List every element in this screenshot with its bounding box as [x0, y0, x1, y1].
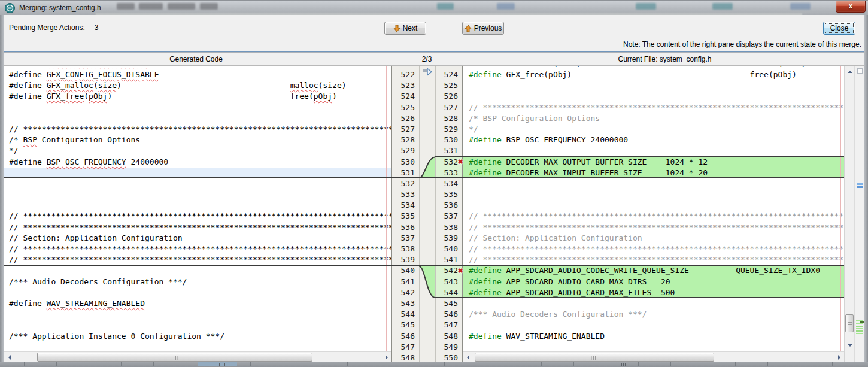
- code-line: #define BSP_OSC_FREQUENCY 24000000: [463, 135, 844, 145]
- code-line: #define DECODER_MAX_INPUT_BUFFER_SIZE 10…: [463, 168, 844, 178]
- code-line: [463, 80, 844, 91]
- line-number: 525: [392, 102, 419, 113]
- close-button[interactable]: Close: [823, 22, 855, 35]
- annotation-stripe[interactable]: [854, 66, 864, 362]
- background-menu-blob: [117, 3, 135, 10]
- annotation-green-mark[interactable]: [856, 323, 863, 324]
- line-number: 524: [436, 69, 462, 80]
- scroll-up-button[interactable]: [845, 66, 854, 77]
- code-line: /* BSP Configuration Options: [4, 135, 391, 145]
- background-app-strip: [0, 362, 868, 367]
- generated-code-pane[interactable]: #define GFX_CONFIG_FOCUS_STYLE#define GF…: [4, 66, 391, 362]
- code-line: // *************************************…: [4, 254, 391, 265]
- line-number: 534: [392, 200, 419, 211]
- code-line: #define GFX_CONFIG_FOCUS_DISABLE: [4, 69, 391, 80]
- code-line: [4, 168, 391, 178]
- right-horizontal-scrollbar[interactable]: [463, 351, 844, 362]
- code-line: [4, 309, 391, 320]
- scroll-left-button[interactable]: [4, 352, 14, 362]
- diff-connector-strip: [419, 66, 435, 362]
- left-horizontal-scrollbar[interactable]: [4, 351, 391, 362]
- background-menu-blob: [139, 3, 163, 10]
- code-line: [4, 320, 391, 330]
- annotation-green-mark[interactable]: [856, 330, 863, 332]
- annotation-green-mark[interactable]: [856, 326, 863, 327]
- scroll-right-button[interactable]: [834, 352, 844, 362]
- code-line: // *************************************…: [463, 222, 844, 233]
- scrollbar-thumb[interactable]: [845, 314, 854, 332]
- background-grid-tick: [153, 362, 154, 366]
- background-grip: [620, 363, 626, 366]
- code-line: /*** Application Instance 0 Configuratio…: [4, 331, 391, 342]
- annotation-blue-mark[interactable]: [857, 183, 863, 185]
- line-number: 543: [392, 298, 419, 309]
- line-number: 534: [436, 178, 462, 189]
- annotation-green-mark[interactable]: [856, 333, 863, 334]
- annotation-blue-mark[interactable]: [857, 186, 863, 188]
- scroll-left-button[interactable]: [463, 352, 473, 362]
- right-line-number-gutter: 5245255265275285295305315325335345355365…: [435, 66, 462, 362]
- line-number: 526: [392, 113, 419, 124]
- annotation-green-mark[interactable]: [856, 328, 863, 329]
- line-number: 528: [436, 113, 462, 124]
- background-grid-tick: [541, 362, 542, 366]
- scrollbar-thumb[interactable]: [475, 353, 714, 362]
- background-grid-tick: [832, 362, 833, 366]
- line-number: 550: [436, 353, 462, 362]
- previous-button[interactable]: Previous: [462, 22, 504, 35]
- line-number: 543: [436, 277, 462, 287]
- next-button[interactable]: Next: [384, 22, 426, 35]
- down-arrow-icon: [393, 25, 400, 32]
- code-line: /*** Audio Decoders Configuration ***/: [463, 309, 844, 320]
- code-line: [463, 189, 844, 200]
- left-line-number-gutter: 5225235245255265275285295305315325335345…: [391, 66, 419, 362]
- code-line: [463, 200, 844, 211]
- code-line: [4, 113, 391, 124]
- merge-action-icon[interactable]: [421, 68, 433, 78]
- background-toolbar-blob: [790, 3, 811, 10]
- line-number: 524: [392, 91, 419, 102]
- code-line: #define GFX_malloc(size) malloc(size): [4, 80, 391, 91]
- background-toolbar-blob: [636, 3, 656, 10]
- line-number: 539: [436, 233, 462, 244]
- code-line: /*** Audio Decoders Configuration ***/: [4, 277, 391, 287]
- background-grid-tick: [250, 362, 251, 366]
- line-number: 535: [392, 211, 419, 222]
- code-line: #define DECODER_MAX_OUTPUT_BUFFER_SIZE 1…: [463, 157, 844, 168]
- reject-change-button[interactable]: ✖: [456, 266, 465, 275]
- scroll-right-button[interactable]: [381, 352, 391, 362]
- line-number: 547: [436, 320, 462, 330]
- line-number: 540: [392, 265, 419, 276]
- current-file-pane[interactable]: #define GFX_malloc(size) malloc(size)#de…: [462, 66, 844, 362]
- title-bar[interactable]: Merging: system_config.h x: [0, 0, 868, 15]
- line-number: 525: [436, 80, 462, 91]
- scrollbar-thumb[interactable]: [37, 353, 312, 362]
- line-number: 545: [436, 298, 462, 309]
- right-pane-header: Current File: system_config.h: [462, 53, 867, 66]
- line-number: 527: [392, 124, 419, 135]
- line-number: 538: [436, 222, 462, 233]
- line-number: 530: [392, 157, 419, 168]
- line-number: 533: [392, 189, 419, 200]
- background-grid-tick: [735, 362, 736, 366]
- line-number: 527: [436, 102, 462, 113]
- right-vertical-scrollbar[interactable]: [844, 66, 854, 362]
- code-line: // Section: Application Configuration: [4, 233, 391, 244]
- line-number: 540: [436, 244, 462, 254]
- left-pane-header: Generated Code: [1, 53, 391, 66]
- annotation-darkgreen-mark[interactable]: [860, 321, 864, 323]
- window-frame-left: [0, 15, 4, 362]
- background-toolbar-blob: [712, 3, 733, 10]
- scroll-down-button[interactable]: [845, 340, 854, 350]
- background-grid-tick: [56, 362, 57, 366]
- code-line: // *************************************…: [4, 244, 391, 254]
- code-line: [4, 189, 391, 200]
- reject-change-button[interactable]: ✖: [456, 157, 465, 166]
- annotation-square[interactable]: [857, 68, 863, 74]
- window-close-button[interactable]: x: [836, 1, 866, 13]
- code-line: #define GFX_free(pObj) free(pObj): [4, 91, 391, 102]
- background-grip: [219, 363, 225, 366]
- background-cell: [198, 362, 237, 366]
- background-grid-tick: [315, 362, 315, 366]
- merge-dialog-window: Merging: system_config.h x Pending Merge…: [0, 0, 868, 367]
